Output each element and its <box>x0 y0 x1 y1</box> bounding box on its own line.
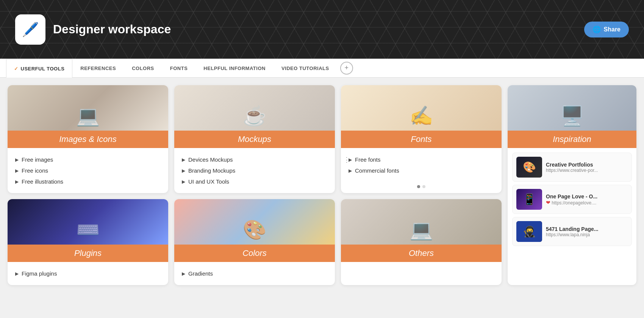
link-figma-plugins[interactable]: ▶ Figma plugins <box>15 268 161 279</box>
card-image <box>341 199 502 245</box>
card-title: Inspiration <box>508 131 636 148</box>
link-label: Branding Mockups <box>188 167 235 174</box>
inspiration-url: ❤ https://onepagelove.... <box>546 200 628 206</box>
arrow-icon: ▶ <box>182 271 185 276</box>
link-label: Free icons <box>22 167 48 174</box>
inspiration-name: One Page Love - O... <box>546 193 628 200</box>
link-label: Free illustrations <box>22 178 63 185</box>
inspiration-list: 🎨 Creative Portfolios https://www.creati… <box>508 148 636 251</box>
card-body: ⋮⋮ ▶ Free fonts ▶ Commercial fonts <box>341 148 502 182</box>
card-title: Plugins <box>8 245 168 262</box>
card-image <box>341 85 502 131</box>
tab-video-tutorials[interactable]: VIDEO TUTORIALS <box>274 59 337 77</box>
tab-references[interactable]: REFERENCES <box>72 59 124 77</box>
link-free-icons[interactable]: ▶ Free icons <box>15 165 161 176</box>
arrow-icon: ▶ <box>15 271 19 276</box>
tabs-bar: ✓ USERFUL TOOLS REFERENCES COLORS FONTS … <box>0 59 644 78</box>
header: 🖊️ Designer workspace 🌐 Share <box>0 0 644 59</box>
inspiration-thumbnail: 📱 <box>516 189 542 210</box>
link-ui-ux-tools[interactable]: ▶ UI and UX Tools <box>182 176 327 187</box>
inspiration-name: Creative Portfolios <box>546 162 628 168</box>
arrow-icon: ▶ <box>349 168 352 173</box>
link-label: UI and UX Tools <box>188 178 229 185</box>
tab-colors[interactable]: COLORS <box>124 59 162 77</box>
link-free-illustrations[interactable]: ▶ Free illustrations <box>15 176 161 187</box>
heart-icon: ❤ <box>546 200 550 206</box>
inspiration-info: 5471 Landing Page... https://www.lapa.ni… <box>546 226 628 237</box>
card-body: ▶ Figma plugins <box>8 262 168 285</box>
arrow-icon: ▶ <box>182 168 185 173</box>
card-body <box>341 262 502 277</box>
inspiration-item-3[interactable]: 🥷 5471 Landing Page... https://www.lapa.… <box>512 217 632 246</box>
inspiration-item-1[interactable]: 🎨 Creative Portfolios https://www.creati… <box>512 153 632 182</box>
card-body: ▶ Devices Mockups ▶ Branding Mockups ▶ U… <box>174 148 335 193</box>
arrow-icon: ▶ <box>15 157 19 162</box>
link-label: Commercial fonts <box>355 167 399 174</box>
tab-useful-tools[interactable]: ✓ USERFUL TOOLS <box>6 59 72 78</box>
card-image <box>8 85 168 131</box>
dot <box>417 185 420 188</box>
link-label: Free fonts <box>355 156 381 163</box>
inspiration-url: https://www.creative-por... <box>546 168 628 173</box>
tab-helpful-information[interactable]: HELPFUL INFORMATION <box>195 59 274 77</box>
inspiration-info: Creative Portfolios https://www.creative… <box>546 162 628 173</box>
link-devices-mockups[interactable]: ▶ Devices Mockups <box>182 154 327 165</box>
check-icon: ✓ <box>14 66 19 72</box>
share-label: Share <box>604 26 621 33</box>
arrow-icon: ▶ <box>182 179 185 184</box>
card-image <box>508 85 636 131</box>
card-title: Colors <box>174 245 335 262</box>
card-title: Images & Icons <box>8 131 168 148</box>
drag-handle: ⋮⋮ <box>341 156 350 164</box>
add-tab-button[interactable]: + <box>340 62 353 75</box>
card-image <box>174 85 335 131</box>
header-content: 🖊️ Designer workspace <box>15 14 171 45</box>
tab-label: HELPFUL INFORMATION <box>203 65 266 71</box>
link-free-fonts[interactable]: ▶ Free fonts <box>349 154 494 165</box>
inspiration-item-2[interactable]: 📱 One Page Love - O... ❤ https://onepage… <box>512 185 632 214</box>
tab-label: VIDEO TUTORIALS <box>281 65 329 71</box>
arrow-icon: ▶ <box>182 157 185 162</box>
inspiration-thumbnail: 🥷 <box>516 221 542 242</box>
dot <box>422 185 425 188</box>
card-colors: Colors ▶ Gradients <box>174 199 335 285</box>
tab-label: FONTS <box>170 65 188 71</box>
card-title: Fonts <box>341 131 502 148</box>
inspiration-info: One Page Love - O... ❤ https://onepagelo… <box>546 193 628 206</box>
link-label: Gradients <box>188 270 213 277</box>
card-images-icons: Images & Icons ▶ Free images ▶ Free icon… <box>8 85 168 193</box>
tab-label: COLORS <box>132 65 154 71</box>
card-mockups: Mockups ▶ Devices Mockups ▶ Branding Moc… <box>174 85 335 193</box>
link-commercial-fonts[interactable]: ▶ Commercial fonts <box>349 165 494 176</box>
inspiration-name: 5471 Landing Page... <box>546 226 628 232</box>
logo: 🖊️ <box>15 14 45 45</box>
main-content: Images & Icons ▶ Free images ▶ Free icon… <box>0 78 644 293</box>
card-body: ▶ Free images ▶ Free icons ▶ Free illust… <box>8 148 168 193</box>
link-label: Figma plugins <box>22 270 57 277</box>
link-gradients[interactable]: ▶ Gradients <box>182 268 327 279</box>
pagination-dots <box>341 182 502 191</box>
card-plugins: Plugins ▶ Figma plugins <box>8 199 168 285</box>
link-free-images[interactable]: ▶ Free images <box>15 154 161 165</box>
globe-icon: 🌐 <box>592 25 601 34</box>
card-image <box>8 199 168 245</box>
card-inspiration: Inspiration 🎨 Creative Portfolios https:… <box>508 85 636 285</box>
card-title: Others <box>341 245 502 262</box>
inspiration-url: https://www.lapa.ninja <box>546 232 628 237</box>
card-image <box>174 199 335 245</box>
arrow-icon: ▶ <box>15 168 19 173</box>
tab-fonts[interactable]: FONTS <box>162 59 196 77</box>
arrow-icon: ▶ <box>15 179 19 184</box>
link-label: Free images <box>22 156 53 163</box>
link-branding-mockups[interactable]: ▶ Branding Mockups <box>182 165 327 176</box>
share-button[interactable]: 🌐 Share <box>584 22 629 37</box>
card-title: Mockups <box>174 131 335 148</box>
tab-label: REFERENCES <box>80 65 116 71</box>
tab-label: USERFUL TOOLS <box>21 66 65 72</box>
card-fonts: Fonts ⋮⋮ ▶ Free fonts ▶ Commercial fonts <box>341 85 502 193</box>
page-title: Designer workspace <box>53 22 171 36</box>
card-body: ▶ Gradients <box>174 262 335 285</box>
inspiration-thumbnail: 🎨 <box>516 157 542 178</box>
link-label: Devices Mockups <box>188 156 233 163</box>
card-others: Others <box>341 199 502 285</box>
